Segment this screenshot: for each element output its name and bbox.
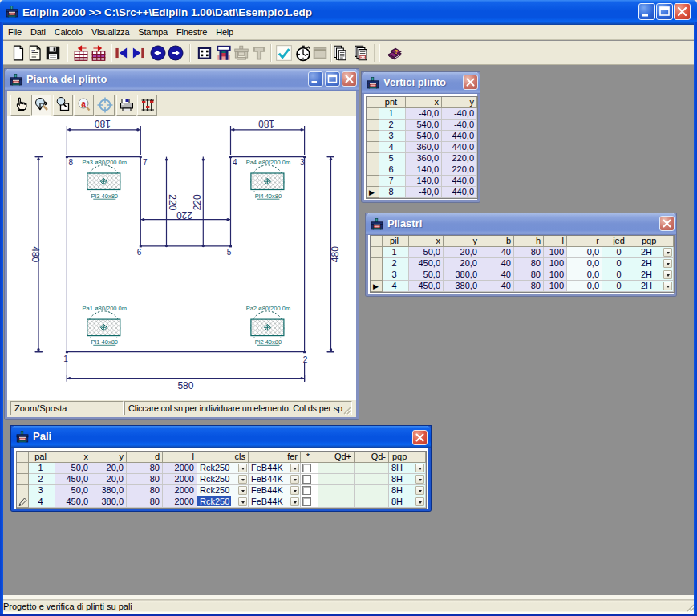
svg-text:Pl2 40x80: Pl2 40x80 [255,338,282,346]
svg-text:220: 220 [176,209,192,221]
svg-text:3: 3 [300,158,305,167]
svg-text:Pa1 ø80/200.0m: Pa1 ø80/200.0m [83,305,127,312]
svg-text:Pa3 ø80/200.0m: Pa3 ø80/200.0m [83,159,127,166]
svg-text:4: 4 [233,158,237,167]
svg-text:Pl4 40x80: Pl4 40x80 [255,192,282,200]
svg-text:480: 480 [30,246,41,262]
svg-text:180: 180 [258,118,274,129]
svg-text:220: 220 [192,194,203,210]
svg-text:7: 7 [143,158,148,167]
svg-text:480: 480 [330,246,341,262]
svg-text:5: 5 [227,248,232,257]
svg-text:Pl3 40x80: Pl3 40x80 [91,192,118,200]
svg-text:1: 1 [63,355,68,363]
svg-text:a: a [81,99,86,108]
svg-text:6: 6 [137,248,142,257]
svg-text:2: 2 [303,355,308,364]
svg-text:220: 220 [167,194,178,210]
svg-text:180: 180 [95,118,111,129]
svg-text:?: ? [395,48,399,55]
svg-text:Pa2 ø80/200.0m: Pa2 ø80/200.0m [246,305,290,312]
svg-text:580: 580 [177,380,193,391]
svg-text:8: 8 [69,158,74,167]
svg-text:Pa4 ø80/200.0m: Pa4 ø80/200.0m [246,159,290,166]
svg-text:Pl1 40x80: Pl1 40x80 [91,338,118,346]
